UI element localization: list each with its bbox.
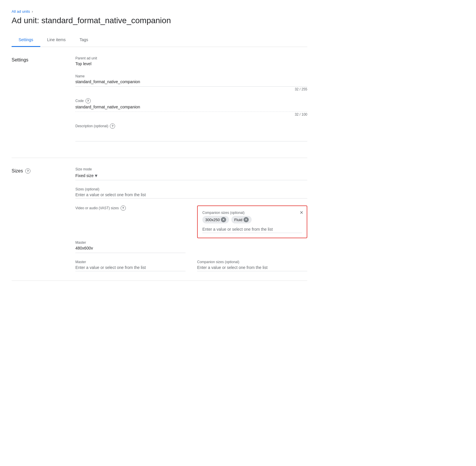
code-counter: 32 / 100 — [75, 112, 307, 116]
tab-tags[interactable]: Tags — [72, 33, 95, 47]
parent-ad-unit-field: Parent ad unit Top level — [75, 56, 307, 67]
master-1-left: Master 480x600v — [75, 241, 186, 253]
settings-content: Parent ad unit Top level Name standard_f… — [75, 56, 307, 148]
vast-row: Video or audio (VAST) sizes ? Companion … — [75, 205, 307, 238]
vast-label: Video or audio (VAST) sizes ? — [75, 205, 186, 211]
master-2-right: Companion sizes (optional) Enter a value… — [197, 260, 307, 271]
name-label: Name — [75, 74, 307, 78]
breadcrumb: All ad units › — [12, 9, 307, 14]
master-1-value: 480x600v — [75, 246, 186, 252]
name-field: Name standard_format_native_companion 32… — [75, 74, 307, 91]
vast-left: Video or audio (VAST) sizes ? — [75, 205, 186, 212]
description-field: Description (optional) ? — [75, 123, 307, 141]
settings-section: Settings Parent ad unit Top level Name s… — [12, 47, 307, 158]
parent-ad-unit-label: Parent ad unit — [75, 56, 307, 60]
sizes-section: Sizes ? Size mode Fixed size ▾ Sizes (op… — [12, 158, 307, 281]
breadcrumb-chevron: › — [32, 9, 33, 14]
sizes-input[interactable]: Enter a value or select one from the lis… — [75, 192, 307, 199]
tab-settings[interactable]: Settings — [12, 33, 40, 47]
dropdown-arrow-icon: ▾ — [95, 172, 97, 179]
code-input-area[interactable]: standard_format_native_companion — [75, 105, 307, 112]
sizes-optional-field: Sizes (optional) Enter a value or select… — [75, 187, 307, 199]
master-row-1: Master 480x600v — [75, 238, 307, 253]
name-value: standard_format_native_companion — [75, 79, 307, 85]
companion-2-label: Companion sizes (optional) — [197, 260, 307, 264]
chip-300x250: 300x250 × — [202, 216, 229, 223]
companion-popup-container: Companion sizes (optional) 300x250 × Flu… — [197, 205, 307, 238]
settings-section-label: Settings — [12, 56, 75, 148]
companion-label: Companion sizes (optional) — [202, 211, 302, 215]
size-mode-dropdown[interactable]: Fixed size ▾ — [75, 172, 97, 179]
companion-popup-close-button[interactable]: × — [300, 210, 303, 215]
tab-line-items[interactable]: Line items — [40, 33, 73, 47]
code-field: Code ? standard_format_native_companion … — [75, 98, 307, 116]
code-help-icon[interactable]: ? — [86, 98, 91, 103]
master-1-input[interactable]: 480x600v — [75, 246, 186, 253]
vast-help-icon[interactable]: ? — [121, 205, 126, 211]
sizes-content: Size mode Fixed size ▾ Sizes (optional) … — [75, 167, 307, 271]
description-input[interactable] — [75, 130, 307, 141]
tabs-row: Settings Line items Tags — [12, 33, 307, 47]
name-counter: 32 / 255 — [75, 87, 307, 91]
size-mode-row: Fixed size ▾ — [75, 172, 307, 179]
sizes-optional-label: Sizes (optional) — [75, 187, 307, 191]
page-title: Ad unit: standard_format_native_companio… — [12, 16, 307, 25]
master-2-input[interactable]: Enter a value or select one from the lis… — [75, 265, 186, 271]
companion-popup: Companion sizes (optional) 300x250 × Flu… — [197, 205, 307, 238]
sizes-help-icon[interactable]: ? — [25, 168, 30, 174]
description-label: Description (optional) ? — [75, 123, 307, 129]
chips-area: 300x250 × Fluid × — [202, 216, 302, 226]
size-mode-label: Size mode — [75, 167, 307, 171]
all-ad-units-link[interactable]: All ad units — [12, 9, 30, 14]
companion-2-input[interactable]: Enter a value or select one from the lis… — [197, 265, 307, 271]
chip-fluid: Fluid × — [231, 216, 252, 223]
sizes-section-label: Sizes ? — [12, 167, 75, 271]
name-input-area[interactable]: standard_format_native_companion — [75, 79, 307, 87]
master-2-left: Master Enter a value or select one from … — [75, 260, 186, 271]
master-1-label: Master — [75, 241, 186, 245]
chip-fluid-close[interactable]: × — [244, 217, 249, 222]
size-mode-field: Size mode Fixed size ▾ — [75, 167, 307, 180]
master-2-label: Master — [75, 260, 186, 264]
companion-input[interactable]: Enter a value or select one from the lis… — [202, 227, 302, 233]
code-value: standard_format_native_companion — [75, 105, 307, 110]
master-row-2: Master Enter a value or select one from … — [75, 258, 307, 271]
parent-ad-unit-value: Top level — [75, 61, 307, 67]
description-help-icon[interactable]: ? — [110, 123, 115, 129]
chip-300x250-close[interactable]: × — [221, 217, 226, 222]
code-label: Code ? — [75, 98, 307, 103]
